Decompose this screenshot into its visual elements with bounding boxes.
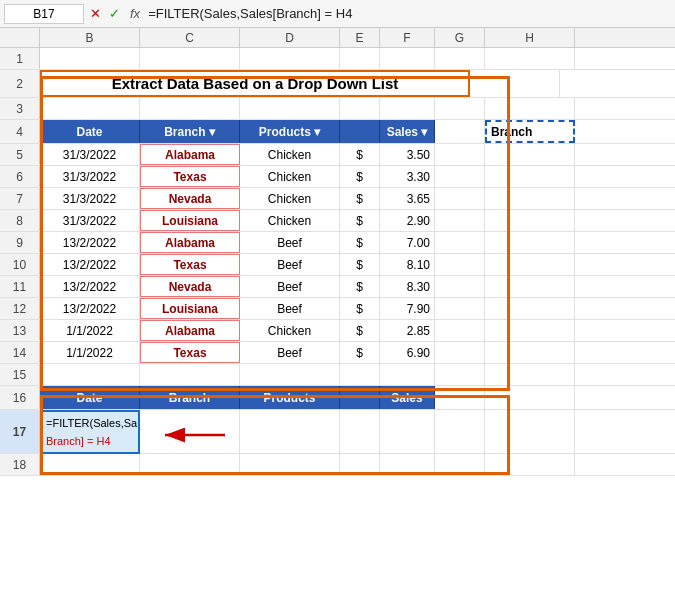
bottom-header-branch[interactable]: Branch — [140, 386, 240, 409]
cell-h8[interactable] — [485, 210, 575, 231]
cell-h2[interactable] — [470, 70, 560, 97]
cell-c3[interactable] — [140, 98, 240, 119]
cell-h14[interactable] — [485, 342, 575, 363]
cell-e1[interactable] — [340, 48, 380, 69]
cell-f6[interactable]: 3.30 — [380, 166, 435, 187]
cell-c1[interactable] — [140, 48, 240, 69]
cell-d5[interactable]: Chicken — [240, 144, 340, 165]
cell-f12[interactable]: 7.90 — [380, 298, 435, 319]
cell-f9[interactable]: 7.00 — [380, 232, 435, 253]
cell-g1[interactable] — [435, 48, 485, 69]
cell-g13[interactable] — [435, 320, 485, 341]
cell-d9[interactable]: Beef — [240, 232, 340, 253]
cell-f13[interactable]: 2.85 — [380, 320, 435, 341]
cell-h6[interactable] — [485, 166, 575, 187]
header-products[interactable]: Products ▾ — [240, 120, 340, 143]
confirm-icon[interactable]: ✓ — [107, 6, 122, 21]
cell-h16[interactable] — [485, 386, 575, 409]
cell-b8[interactable]: 31/3/2022 — [40, 210, 140, 231]
cell-e11[interactable]: $ — [340, 276, 380, 297]
cell-d14[interactable]: Beef — [240, 342, 340, 363]
cell-g6[interactable] — [435, 166, 485, 187]
cell-h9[interactable] — [485, 232, 575, 253]
cell-g5[interactable] — [435, 144, 485, 165]
cell-g8[interactable] — [435, 210, 485, 231]
cell-e10[interactable]: $ — [340, 254, 380, 275]
cell-g11[interactable] — [435, 276, 485, 297]
cell-c15[interactable] — [140, 364, 240, 385]
bottom-header-date[interactable]: Date — [40, 386, 140, 409]
cell-f11[interactable]: 8.30 — [380, 276, 435, 297]
cell-h12[interactable] — [485, 298, 575, 319]
cell-g4[interactable] — [435, 120, 485, 143]
cell-c6[interactable]: Texas — [140, 166, 240, 187]
cell-e14[interactable]: $ — [340, 342, 380, 363]
bottom-header-products[interactable]: Products — [240, 386, 340, 409]
cell-c14[interactable]: Texas — [140, 342, 240, 363]
cell-h17[interactable] — [485, 410, 575, 454]
cell-f17[interactable] — [380, 410, 435, 454]
cell-g18[interactable] — [435, 454, 485, 475]
cell-b17-formula[interactable]: =FILTER(Sales,Sales[ Branch] = H4 — [40, 410, 140, 454]
cell-e9[interactable]: $ — [340, 232, 380, 253]
cell-e7[interactable]: $ — [340, 188, 380, 209]
cell-b10[interactable]: 13/2/2022 — [40, 254, 140, 275]
cell-d18[interactable] — [240, 454, 340, 475]
cell-g10[interactable] — [435, 254, 485, 275]
cell-c17[interactable] — [140, 410, 240, 454]
cell-g14[interactable] — [435, 342, 485, 363]
cell-b11[interactable]: 13/2/2022 — [40, 276, 140, 297]
cell-c5[interactable]: Alabama — [140, 144, 240, 165]
cell-g17[interactable] — [435, 410, 485, 454]
cell-f14[interactable]: 6.90 — [380, 342, 435, 363]
cell-d17[interactable] — [240, 410, 340, 454]
cell-e3[interactable] — [340, 98, 380, 119]
cell-c10[interactable]: Texas — [140, 254, 240, 275]
cell-h10[interactable] — [485, 254, 575, 275]
cell-d10[interactable]: Beef — [240, 254, 340, 275]
cell-d15[interactable] — [240, 364, 340, 385]
cancel-icon[interactable]: ✕ — [88, 6, 103, 21]
cell-h1[interactable] — [485, 48, 575, 69]
formula-input[interactable] — [148, 6, 671, 21]
cell-d8[interactable]: Chicken — [240, 210, 340, 231]
cell-f3[interactable] — [380, 98, 435, 119]
cell-f5[interactable]: 3.50 — [380, 144, 435, 165]
cell-e8[interactable]: $ — [340, 210, 380, 231]
cell-c18[interactable] — [140, 454, 240, 475]
cell-g7[interactable] — [435, 188, 485, 209]
cell-c11[interactable]: Nevada — [140, 276, 240, 297]
cell-e5[interactable]: $ — [340, 144, 380, 165]
cell-b5[interactable]: 31/3/2022 — [40, 144, 140, 165]
cell-b14[interactable]: 1/1/2022 — [40, 342, 140, 363]
cell-g12[interactable] — [435, 298, 485, 319]
cell-b12[interactable]: 13/2/2022 — [40, 298, 140, 319]
cell-h11[interactable] — [485, 276, 575, 297]
cell-g16[interactable] — [435, 386, 485, 409]
cell-f15[interactable] — [380, 364, 435, 385]
cell-h4-branch-dropdown[interactable]: Branch — [485, 120, 575, 143]
cell-c9[interactable]: Alabama — [140, 232, 240, 253]
cell-d11[interactable]: Beef — [240, 276, 340, 297]
cell-f1[interactable] — [380, 48, 435, 69]
cell-d12[interactable]: Beef — [240, 298, 340, 319]
header-branch[interactable]: Branch ▾ — [140, 120, 240, 143]
cell-d3[interactable] — [240, 98, 340, 119]
cell-c13[interactable]: Alabama — [140, 320, 240, 341]
cell-b7[interactable]: 31/3/2022 — [40, 188, 140, 209]
cell-g3[interactable] — [435, 98, 485, 119]
cell-h15[interactable] — [485, 364, 575, 385]
cell-h7[interactable] — [485, 188, 575, 209]
bottom-header-sales[interactable]: Sales — [380, 386, 435, 409]
cell-e13[interactable]: $ — [340, 320, 380, 341]
cell-h13[interactable] — [485, 320, 575, 341]
cell-h3[interactable] — [485, 98, 575, 119]
cell-title[interactable]: Extract Data Based on a Drop Down List — [40, 70, 470, 97]
cell-c7[interactable]: Nevada — [140, 188, 240, 209]
cell-e12[interactable]: $ — [340, 298, 380, 319]
cell-b3[interactable] — [40, 98, 140, 119]
cell-c8[interactable]: Louisiana — [140, 210, 240, 231]
cell-f10[interactable]: 8.10 — [380, 254, 435, 275]
header-sales[interactable]: Sales ▾ — [380, 120, 435, 143]
cell-d6[interactable]: Chicken — [240, 166, 340, 187]
